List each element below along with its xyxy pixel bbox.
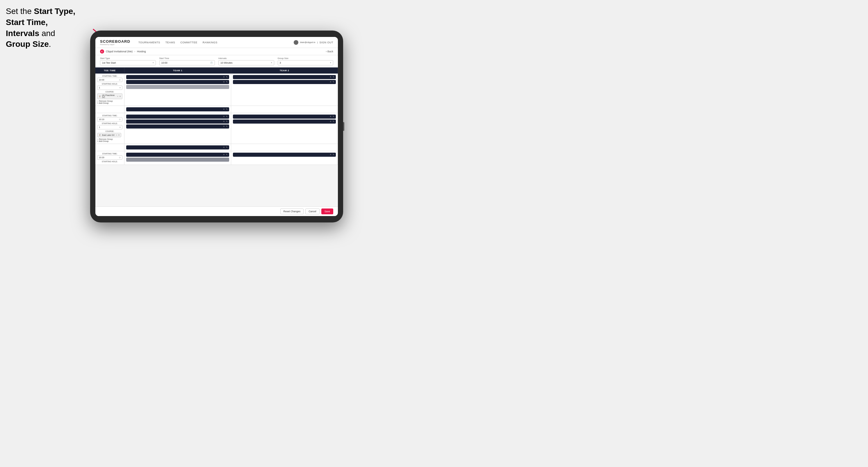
tablet-device: SCOREBOARD Powered by clippd TOURNAMENTS…: [90, 31, 343, 222]
chevron-down-icon[interactable]: ▾: [120, 95, 121, 98]
group-size-label: Group Size: [278, 57, 334, 60]
remove-course-icon[interactable]: ×: [116, 134, 118, 136]
player-row: ✕ ✎: [126, 107, 229, 112]
remove-group-link-0[interactable]: ○ Remove Group: [97, 100, 122, 102]
chevron-down-icon: ▾: [120, 87, 121, 89]
starting-time-input-2[interactable]: 10:20 ⊙: [97, 155, 122, 160]
group-size-group: Group Size 3 ▾: [278, 57, 334, 65]
remove-player-icon[interactable]: ✕: [223, 146, 225, 149]
remove-player-icon[interactable]: ✕: [330, 81, 332, 83]
reset-button[interactable]: Reset Changes: [280, 209, 304, 214]
player-row: ✕ ✎: [233, 120, 336, 124]
player-row: ✕ ✎: [233, 80, 336, 84]
team2-course-0: [231, 106, 338, 113]
table-row: STARTING TIME: 10:20 ⊙ STARTING HOLE: ✕ …: [95, 151, 338, 165]
intervals-select[interactable]: 10 Minutes ▾: [218, 60, 274, 65]
edit-player-icon[interactable]: ✎: [226, 146, 228, 149]
table-row: ✕ ✎: [95, 106, 338, 113]
player-row: ✕ ✎: [126, 153, 229, 157]
nav-tournaments[interactable]: TOURNAMENTS: [138, 40, 160, 44]
team2-course-1: [231, 144, 338, 151]
remove-player-icon[interactable]: ✕: [223, 125, 225, 128]
back-button[interactable]: ‹ Back: [326, 50, 333, 53]
edit-player-icon[interactable]: ✎: [333, 81, 334, 83]
remove-course-icon[interactable]: ×: [117, 95, 118, 98]
edit-player-icon[interactable]: ✎: [226, 108, 228, 111]
time-icon: ⊙: [119, 118, 121, 121]
user-email: blair@clippd.io: [300, 41, 315, 43]
start-time-select[interactable]: 10:00 🕙: [159, 60, 215, 65]
player-row: ✕ ✎: [126, 146, 229, 150]
starting-time-input-1[interactable]: 10:10 ⊙: [97, 117, 122, 122]
start-type-group: Start Type 1st Tee Start ▾: [100, 57, 156, 65]
remove-player-icon[interactable]: ✕: [223, 108, 225, 111]
start-type-select[interactable]: 1st Tee Start ▾: [100, 60, 156, 65]
edit-player-icon[interactable]: ✎: [333, 154, 334, 156]
edit-player-icon[interactable]: ✎: [226, 125, 228, 128]
start-time-group: Start Time 10:00 🕙: [159, 57, 215, 65]
edit-player-icon[interactable]: ✎: [226, 154, 228, 156]
time-icon: ⊙: [119, 79, 121, 81]
player-row: [126, 158, 229, 162]
tee-col-2: STARTING TIME: 10:20 ⊙ STARTING HOLE:: [95, 151, 124, 164]
save-button[interactable]: Save: [321, 209, 333, 214]
player-row: ✕ ✎: [233, 115, 336, 119]
edit-player-icon[interactable]: ✎: [333, 76, 334, 78]
group-size-select[interactable]: 3 ▾: [278, 60, 334, 65]
remove-player-icon[interactable]: ✕: [330, 116, 332, 118]
sign-out-link[interactable]: Sign out: [319, 40, 333, 44]
remove-group-link-1[interactable]: ○ Remove Group: [97, 138, 122, 140]
remove-player-icon[interactable]: ✕: [330, 154, 332, 156]
player-row: ✕ ✎: [126, 124, 229, 128]
intervals-group: Intervals 10 Minutes ▾: [218, 57, 274, 65]
player-row: ✕ ✎: [126, 115, 229, 119]
starting-hole-input-0[interactable]: 1 ▾: [97, 86, 122, 90]
team1-col-2: ✕ ✎: [124, 151, 231, 164]
nav-committee[interactable]: COMMITTEE: [180, 40, 197, 44]
course-tag-1: 🏌 East Lake GC × ▾: [97, 133, 121, 137]
navbar: SCOREBOARD Powered by clippd TOURNAMENTS…: [95, 37, 338, 48]
col-team2: Team 2: [231, 67, 338, 73]
remove-player-icon[interactable]: ✕: [223, 154, 225, 156]
remove-player-icon[interactable]: ✕: [223, 120, 225, 123]
tournament-icon: C: [100, 50, 104, 54]
edit-player-icon[interactable]: ✎: [226, 76, 228, 78]
remove-player-icon[interactable]: ✕: [223, 81, 225, 83]
team1-course-1: ✕ ✎: [124, 144, 231, 151]
nav-teams[interactable]: TEAMS: [165, 40, 175, 44]
chevron-down-icon[interactable]: ▾: [118, 134, 120, 136]
controls-row: Start Type 1st Tee Start ▾ Start Time 10…: [95, 55, 338, 67]
team1-course-0: ✕ ✎: [124, 106, 231, 113]
clock-icon: 🕙: [210, 62, 213, 64]
cancel-button[interactable]: Cancel: [305, 209, 319, 214]
tee-col-0: STARTING TIME: 10:00 ⊙ STARTING HOLE: 1 …: [95, 73, 124, 105]
remove-player-icon[interactable]: ✕: [223, 76, 225, 78]
team1-col-1: ✕ ✎ ✕ ✎ ✕ ✎: [124, 113, 231, 144]
team2-col-0: ✕ ✎ ✕ ✎: [231, 73, 338, 105]
edit-player-icon[interactable]: ✎: [333, 116, 334, 118]
remove-player-icon[interactable]: ✕: [330, 76, 332, 78]
action-bar: Reset Changes Cancel Save: [95, 207, 338, 216]
col-team1: Team 1: [124, 67, 231, 73]
team1-col-0: ✕ ✎ ✕ ✎: [124, 73, 231, 105]
add-group-link-1[interactable]: + Add Group: [97, 140, 122, 142]
sub-header: C Clippd Invitational (Me) › Hosting ‹ B…: [95, 48, 338, 55]
starting-time-input-0[interactable]: 10:00 ⊙: [97, 77, 122, 82]
edit-player-icon[interactable]: ✎: [333, 120, 334, 123]
table-row: ✕ ✎: [95, 144, 338, 151]
tournament-name: Clippd Invitational (Me): [106, 50, 133, 53]
edit-player-icon[interactable]: ✎: [226, 116, 228, 118]
col-tee-time: Tee Time: [95, 67, 124, 73]
nav-rankings[interactable]: RANKINGS: [203, 40, 218, 44]
chevron-down-icon: ▾: [271, 62, 272, 64]
edit-player-icon[interactable]: ✎: [226, 81, 228, 83]
remove-player-icon[interactable]: ✕: [330, 120, 332, 123]
remove-player-icon[interactable]: ✕: [223, 116, 225, 118]
tablet-screen: SCOREBOARD Powered by clippd TOURNAMENTS…: [95, 37, 338, 216]
edit-player-icon[interactable]: ✎: [226, 120, 228, 123]
chevron-down-icon: ▾: [153, 62, 154, 64]
hosting-label: Hosting: [137, 50, 146, 53]
course-tag-0: 🏌 (A) Peachtree GC × ▾: [97, 93, 122, 99]
add-group-link-0[interactable]: + Add Group: [97, 102, 122, 104]
starting-hole-input-1[interactable]: 1 ▾: [97, 125, 122, 129]
